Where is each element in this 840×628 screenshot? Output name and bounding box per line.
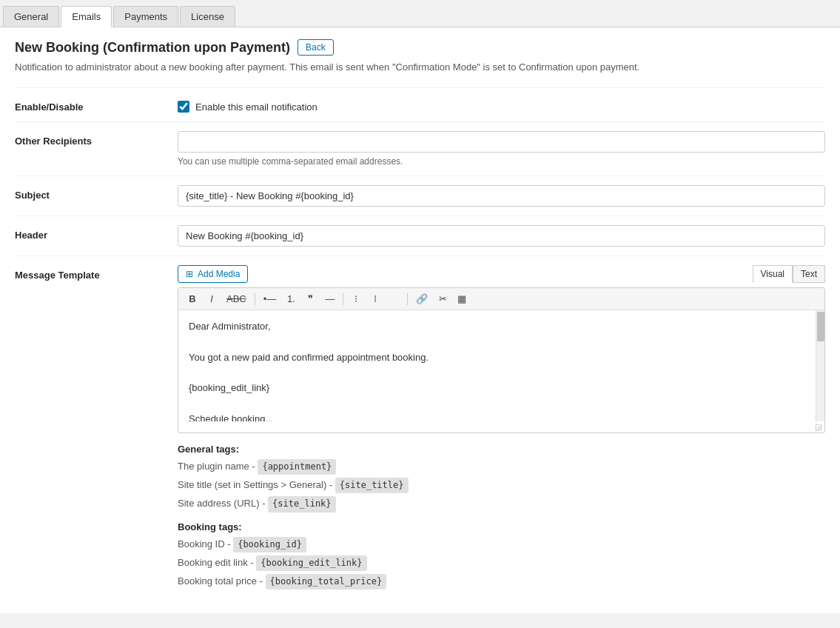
other-recipients-hint: You can use multiple comma-separated ema… [178, 156, 825, 167]
page-wrap: General Emails Payments License New Book… [0, 0, 840, 613]
editor-line-5: {booking_edit_link} [189, 381, 814, 396]
toolbar-sep-2 [343, 293, 343, 305]
editor-top-bar: ⊞ Add Media Visual Text [178, 265, 825, 283]
general-tag-3: Site address (URL) - {site_link} [178, 496, 825, 512]
unordered-list-button[interactable]: •— [260, 291, 280, 307]
enable-checkbox-label[interactable]: Enable this email notification [178, 97, 825, 113]
page-title: New Booking (Confirmation upon Payment) [15, 40, 290, 56]
message-template-field: ⊞ Add Media Visual Text B I [178, 265, 825, 592]
general-tag-2-badge: {site_title} [335, 478, 409, 493]
general-tag-1: The plugin name - {appointment} [178, 459, 825, 475]
editor-wrap: B I ABC •— 1. ❞ — ⁝ ⁞ [178, 287, 825, 433]
page-description: Notification to administrator about a ne… [15, 61, 825, 73]
subject-input[interactable] [178, 185, 825, 207]
align-center-button[interactable]: ⁞ [367, 291, 383, 307]
media-icon: ⊞ [186, 269, 193, 279]
editor-scrollbar[interactable] [816, 310, 824, 421]
editor-resize-handle[interactable]: ◲ [178, 421, 824, 432]
visual-text-tabs: Visual Text [753, 265, 825, 283]
booking-tag-3-badge: {booking_total_price} [266, 574, 387, 589]
other-recipients-label: Other Recipients [15, 131, 178, 147]
message-template-row: Message Template ⊞ Add Media Visual Text [15, 255, 825, 601]
visual-tab[interactable]: Visual [753, 265, 793, 283]
booking-tag-1-badge: {booking_id} [233, 537, 306, 552]
editor-line-6 [189, 396, 814, 412]
table-button[interactable]: ▦ [454, 291, 470, 307]
other-recipients-field: You can use multiple comma-separated ema… [178, 131, 825, 167]
general-tags-title: General tags: [178, 444, 825, 455]
align-right-button[interactable] [386, 291, 403, 307]
tags-section: General tags: The plugin name - {appoint… [178, 444, 825, 589]
editor-body: Dear Administrator, You got a new paid a… [178, 310, 824, 421]
editor-line-4 [189, 365, 814, 381]
booking-tags-title: Booking tags: [178, 521, 825, 532]
unlink-button[interactable]: ✂ [434, 291, 451, 307]
tab-general[interactable]: General [3, 6, 59, 27]
general-tag-1-badge: {appointment} [258, 459, 336, 475]
subject-label: Subject [15, 185, 178, 201]
settings-table: Enable/Disable Enable this email notific… [15, 87, 825, 601]
align-left-button[interactable]: ⁝ [348, 291, 364, 307]
booking-tag-2-text: Booking edit link - [178, 557, 256, 568]
booking-tag-2-badge: {booking_edit_link} [256, 555, 366, 571]
editor-line-1: Dear Administrator, [189, 319, 814, 335]
back-button[interactable]: Back [298, 39, 334, 56]
italic-button[interactable]: I [204, 291, 220, 307]
subject-row: Subject [15, 176, 825, 216]
other-recipients-row: Other Recipients You can use multiple co… [15, 121, 825, 176]
editor-toolbar: B I ABC •— 1. ❞ — ⁝ ⁞ [178, 288, 824, 310]
header-input[interactable] [178, 225, 825, 247]
booking-tag-1: Booking ID - {booking_id} [178, 537, 825, 552]
header-label: Header [15, 225, 178, 241]
editor-line-3: You got a new paid and confirmed appoint… [189, 350, 814, 366]
bold-button[interactable]: B [184, 291, 201, 307]
general-tag-2: Site title (set in Settings > General) -… [178, 478, 825, 493]
general-tag-3-text: Site address (URL) - [178, 498, 268, 509]
subject-field [178, 185, 825, 207]
general-tag-2-text: Site title (set in Settings > General) - [178, 479, 335, 490]
main-content: New Booking (Confirmation upon Payment) … [0, 27, 840, 613]
header-field [178, 225, 825, 247]
header-row: Header [15, 216, 825, 255]
booking-tag-3-text: Booking total price - [178, 575, 266, 587]
strikethrough-button[interactable]: ABC [223, 291, 250, 307]
message-template-label: Message Template [15, 265, 178, 281]
enable-disable-label: Enable/Disable [15, 97, 178, 113]
tab-emails[interactable]: Emails [61, 6, 112, 27]
tab-payments[interactable]: Payments [113, 6, 178, 27]
hr-button[interactable]: — [321, 291, 338, 307]
editor-content[interactable]: Dear Administrator, You got a new paid a… [178, 310, 824, 421]
tab-license[interactable]: License [180, 6, 235, 27]
booking-tag-2: Booking edit link - {booking_edit_link} [178, 555, 825, 571]
enable-disable-row: Enable/Disable Enable this email notific… [15, 87, 825, 121]
editor-scrollbar-thumb [817, 312, 824, 341]
page-title-row: New Booking (Confirmation upon Payment) … [15, 39, 825, 56]
enable-checkbox-text: Enable this email notification [195, 101, 317, 113]
tabs-bar: General Emails Payments License [0, 0, 840, 27]
link-button[interactable]: 🔗 [412, 291, 431, 307]
add-media-label: Add Media [198, 269, 240, 279]
enable-checkbox[interactable] [178, 101, 189, 113]
text-tab[interactable]: Text [793, 265, 825, 283]
toolbar-sep-1 [255, 293, 255, 305]
general-tag-3-badge: {site_link} [268, 496, 335, 512]
booking-tag-1-text: Booking ID - [178, 538, 233, 550]
ordered-list-button[interactable]: 1. [283, 291, 299, 307]
toolbar-sep-3 [407, 293, 408, 305]
add-media-button[interactable]: ⊞ Add Media [178, 265, 248, 283]
other-recipients-input[interactable] [178, 131, 825, 153]
booking-tag-3: Booking total price - {booking_total_pri… [178, 574, 825, 589]
enable-disable-field: Enable this email notification [178, 97, 825, 113]
editor-line-7: Schedule booking... [189, 412, 814, 421]
general-tag-1-text: The plugin name - [178, 461, 258, 472]
blockquote-button[interactable]: ❞ [302, 291, 318, 307]
editor-line-2 [189, 335, 814, 350]
